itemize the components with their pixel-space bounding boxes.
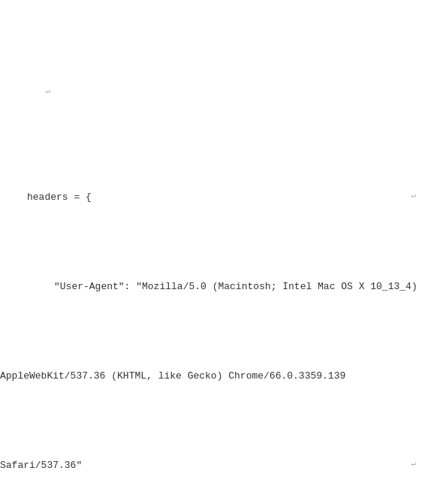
return-symbol: ↵: [46, 86, 51, 95]
line-user-agent: "User-Agent": "Mozilla/5.0 (Macintosh; I…: [0, 277, 422, 296]
line-return-top: ↵: [0, 63, 422, 117]
return-symbol: ↵: [411, 457, 416, 472]
line-safari: Safari/537.36" ↵: [0, 456, 422, 475]
code-text: "User-Agent": "Mozilla/5.0 (Macintosh; I…: [0, 278, 422, 295]
code-text: Safari/537.36": [0, 457, 408, 474]
code-text: AppleWebKit/537.36 (KHTML, like Gecko) C…: [0, 367, 422, 385]
code-text: headers = {: [0, 189, 408, 206]
line-applewebkit: AppleWebKit/537.36 (KHTML, like Gecko) C…: [0, 367, 422, 385]
line-headers-assign: headers = { ↵: [0, 188, 422, 207]
return-symbol: ↵: [411, 189, 416, 204]
code-editor: ↵ headers = { ↵ "User-Agent": "Mozilla/5…: [0, 8, 422, 504]
